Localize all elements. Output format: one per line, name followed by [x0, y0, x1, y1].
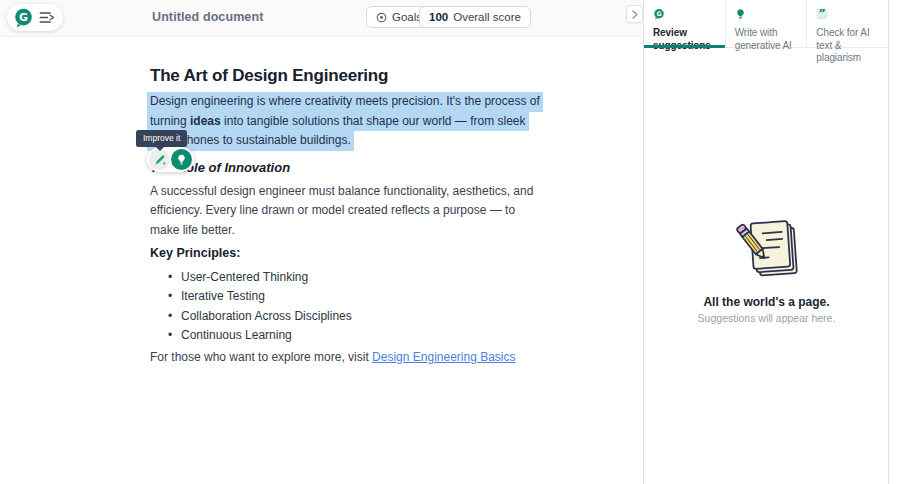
panel-empty-state: All the world's a page. Suggestions will… [644, 208, 889, 324]
overall-score-value: 100 [429, 11, 448, 23]
lightbulb-button-icon [176, 154, 187, 165]
tab-review-suggestions[interactable]: G Reviewsuggestions [644, 0, 725, 47]
empty-state-title: All the world's a page. [644, 295, 889, 309]
highlight-line-1: Design engineering is where creativity m… [147, 92, 543, 112]
list-item: User-Centered Thinking [168, 268, 352, 287]
plagiarism-tab-icon: ” [816, 8, 828, 20]
list-item: Collaboration Across Disciplines [168, 307, 352, 326]
review-tab-icon: G [653, 8, 665, 20]
principles-heading: Key Principles: [150, 246, 240, 260]
bold-word: ideas [190, 114, 221, 128]
improve-pen-icon [153, 153, 167, 167]
panel-collapse-button[interactable] [626, 5, 643, 23]
footer-paragraph: For those who want to explore more, visi… [150, 350, 516, 364]
svg-text:G: G [656, 10, 661, 17]
highlight-line-2: turning ideas into tangible solutions th… [147, 112, 529, 132]
list-item: Continuous Learning [168, 326, 352, 345]
goals-label: Goals [392, 11, 422, 23]
app-window: G Untitled document [0, 0, 900, 484]
highlighted-paragraph: Design engineering is where creativity m… [150, 92, 543, 151]
svg-text:”: ” [819, 8, 826, 20]
document-title[interactable]: Untitled document [152, 10, 263, 24]
collapse-chevron-icon [632, 10, 638, 19]
list-item: Iterative Testing [168, 287, 352, 306]
body-paragraph: A successful design engineer must balanc… [150, 182, 533, 240]
tab-plagiarism-check[interactable]: ” Check for AItext & plagiarism [806, 0, 888, 47]
goals-target-icon [376, 12, 387, 23]
grammarly-logo-icon[interactable]: G [13, 7, 34, 28]
overall-score-button[interactable]: 100 Overall score [419, 6, 531, 28]
editor-header: G Untitled document [0, 0, 643, 37]
suggestions-panel: G Reviewsuggestions Write withgenerative… [643, 0, 888, 484]
panel-tabs: G Reviewsuggestions Write withgenerative… [644, 0, 888, 48]
svg-text:G: G [19, 11, 28, 24]
tab-generative-ai[interactable]: Write withgenerative AI [725, 0, 807, 47]
ai-action-buttons [147, 147, 194, 172]
improve-it-tooltip: Improve it [136, 130, 187, 147]
pencil-page-illustration [732, 208, 802, 282]
principles-list: User-Centered Thinking Iterative Testing… [168, 268, 352, 345]
doc-link[interactable]: Design Engineering Basics [372, 350, 515, 364]
improve-it-button[interactable] [149, 149, 170, 170]
panel-scrollbar-gutter[interactable] [888, 0, 900, 484]
menu-arrow-icon[interactable] [39, 11, 55, 24]
suggestion-bulb-button[interactable] [171, 149, 192, 170]
generative-ai-tab-icon [735, 8, 746, 20]
empty-state-subtitle: Suggestions will appear here. [644, 312, 889, 324]
doc-heading: The Art of Design Engineering [150, 66, 388, 86]
overall-score-label: Overall score [453, 11, 521, 23]
logo-menu-pill[interactable]: G [7, 4, 63, 31]
